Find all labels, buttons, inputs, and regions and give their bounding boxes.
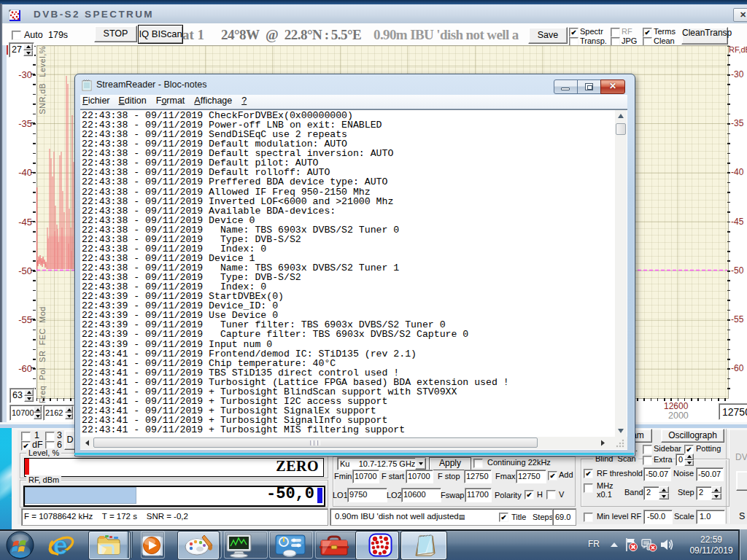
svg-text:e: e (53, 531, 67, 559)
